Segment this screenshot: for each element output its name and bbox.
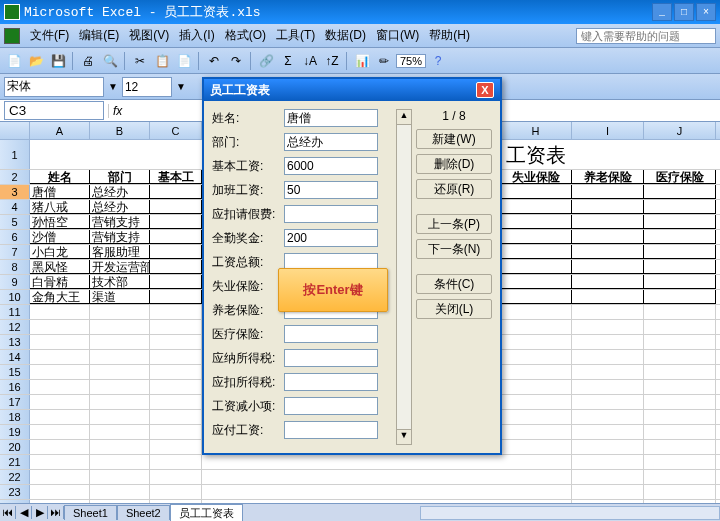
cell[interactable]	[150, 410, 202, 424]
cell[interactable]	[30, 335, 90, 349]
font-combo[interactable]	[4, 77, 104, 97]
cell[interactable]: 开发运营部	[90, 260, 150, 274]
cell[interactable]	[644, 275, 716, 289]
cell[interactable]	[30, 350, 90, 364]
cell[interactable]	[30, 380, 90, 394]
cell[interactable]: 失业保险	[500, 170, 572, 184]
link-icon[interactable]: 🔗	[256, 51, 276, 71]
cell[interactable]	[500, 425, 572, 439]
cell[interactable]	[30, 305, 90, 319]
cell[interactable]	[572, 380, 644, 394]
cell[interactable]	[150, 350, 202, 364]
cell[interactable]: 姓名	[30, 170, 90, 184]
menu-view[interactable]: 视图(V)	[125, 25, 173, 46]
cell[interactable]: 沙僧	[30, 230, 90, 244]
row-head-19[interactable]: 19	[0, 425, 30, 439]
cell[interactable]	[500, 485, 572, 499]
cell[interactable]	[500, 215, 572, 229]
select-all-corner[interactable]	[0, 122, 30, 139]
drawing-icon[interactable]: ✏	[374, 51, 394, 71]
cell[interactable]	[90, 425, 150, 439]
cell[interactable]	[202, 485, 500, 499]
cell[interactable]	[572, 245, 644, 259]
cell[interactable]	[150, 305, 202, 319]
row-head-16[interactable]: 16	[0, 380, 30, 394]
cell[interactable]	[500, 305, 572, 319]
horiz-scrollbar[interactable]	[420, 506, 720, 520]
cell[interactable]	[572, 410, 644, 424]
cell[interactable]	[644, 245, 716, 259]
cell[interactable]	[150, 290, 202, 304]
cell[interactable]	[150, 275, 202, 289]
cell[interactable]	[644, 320, 716, 334]
cell[interactable]	[150, 215, 202, 229]
cell[interactable]	[500, 440, 572, 454]
cell[interactable]	[500, 260, 572, 274]
cell[interactable]: 猪八戒	[30, 200, 90, 214]
cell[interactable]	[202, 455, 500, 469]
field-input-12[interactable]	[284, 397, 378, 415]
cell[interactable]: 总经办	[90, 185, 150, 199]
next-button[interactable]: 下一条(N)	[416, 239, 492, 259]
dialog-scrollbar[interactable]: ▲ ▼	[396, 109, 412, 445]
cell[interactable]	[572, 425, 644, 439]
row-head-5[interactable]: 5	[0, 215, 30, 229]
new-icon[interactable]: 📄	[4, 51, 24, 71]
cell[interactable]	[500, 410, 572, 424]
open-icon[interactable]: 📂	[26, 51, 46, 71]
scroll-down-icon[interactable]: ▼	[396, 429, 412, 445]
cell[interactable]	[90, 485, 150, 499]
sum-icon[interactable]: Σ	[278, 51, 298, 71]
print-icon[interactable]: 🖨	[78, 51, 98, 71]
cell[interactable]	[572, 140, 644, 169]
field-input-11[interactable]	[284, 373, 378, 391]
cell[interactable]	[30, 440, 90, 454]
cell[interactable]	[572, 275, 644, 289]
cell[interactable]	[30, 320, 90, 334]
cell[interactable]	[90, 350, 150, 364]
tab-next-icon[interactable]: ▶	[32, 506, 48, 519]
dialog-titlebar[interactable]: 员工工资表 X	[204, 79, 500, 101]
cell[interactable]	[572, 305, 644, 319]
copy-icon[interactable]: 📋	[152, 51, 172, 71]
cell[interactable]	[150, 260, 202, 274]
cell[interactable]	[500, 290, 572, 304]
undo-icon[interactable]: ↶	[204, 51, 224, 71]
cell[interactable]	[150, 455, 202, 469]
cell[interactable]	[572, 350, 644, 364]
cell[interactable]	[150, 140, 202, 169]
row-head-13[interactable]: 13	[0, 335, 30, 349]
row-head-14[interactable]: 14	[0, 350, 30, 364]
cell[interactable]	[644, 200, 716, 214]
cell[interactable]	[90, 395, 150, 409]
cell[interactable]: 工资表	[500, 140, 572, 169]
cut-icon[interactable]: ✂	[130, 51, 150, 71]
minimize-button[interactable]: _	[652, 3, 672, 21]
cell[interactable]	[644, 230, 716, 244]
cell[interactable]: 金角大王	[30, 290, 90, 304]
cell[interactable]	[150, 380, 202, 394]
delete-button[interactable]: 删除(D)	[416, 154, 492, 174]
prev-button[interactable]: 上一条(P)	[416, 214, 492, 234]
cell[interactable]	[572, 215, 644, 229]
row-head-20[interactable]: 20	[0, 440, 30, 454]
cell[interactable]	[150, 395, 202, 409]
row-head-23[interactable]: 23	[0, 485, 30, 499]
cell[interactable]: 客服助理	[90, 245, 150, 259]
sort-desc-icon[interactable]: ↑Z	[322, 51, 342, 71]
cell[interactable]	[644, 305, 716, 319]
col-B[interactable]: B	[90, 122, 150, 139]
cell[interactable]	[30, 485, 90, 499]
cell[interactable]	[572, 395, 644, 409]
col-H[interactable]: H	[500, 122, 572, 139]
cell[interactable]	[572, 290, 644, 304]
cell[interactable]: 白骨精	[30, 275, 90, 289]
cell[interactable]	[572, 455, 644, 469]
criteria-button[interactable]: 条件(C)	[416, 274, 492, 294]
cell[interactable]	[150, 230, 202, 244]
cell[interactable]	[500, 395, 572, 409]
row-head-7[interactable]: 7	[0, 245, 30, 259]
cell[interactable]	[500, 335, 572, 349]
new-button[interactable]: 新建(W)	[416, 129, 492, 149]
cell[interactable]	[150, 425, 202, 439]
